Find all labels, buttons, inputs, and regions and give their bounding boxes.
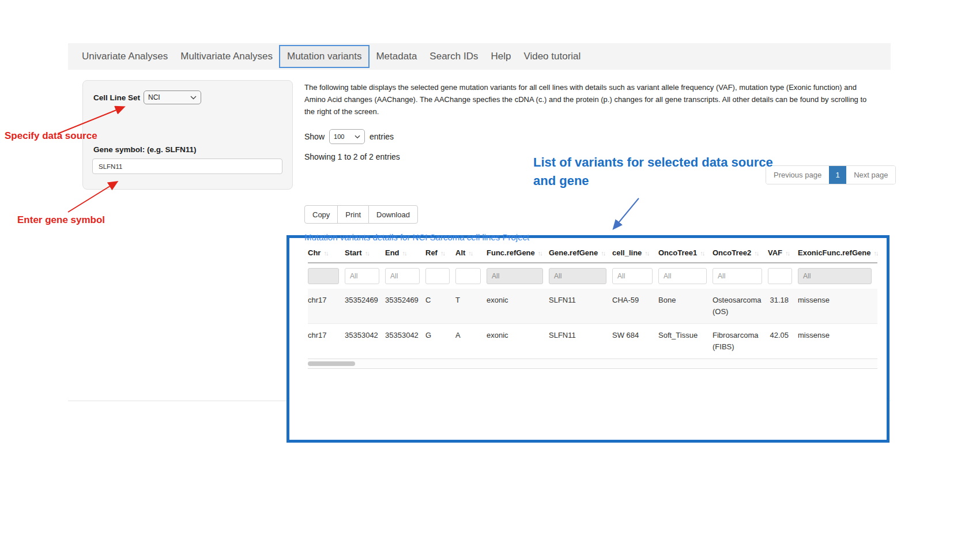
filter-vaf[interactable] [768, 268, 792, 284]
page-length-select[interactable]: 100 [329, 129, 365, 144]
top-nav-bar: Univariate AnalysesMultivariate Analyses… [68, 43, 891, 70]
table-body: chr173535246935352469CTexonicSLFN11CHA-5… [308, 289, 877, 358]
cell-line-set-label: Cell Line Set [93, 93, 140, 102]
sort-icon: ↑↓ [365, 250, 369, 256]
column-header-gene-refgene[interactable]: Gene.refGene↑↓ [549, 245, 612, 263]
cell-chr: chr17 [308, 289, 345, 324]
sort-icon: ↑↓ [644, 250, 649, 256]
filter-oncotree2[interactable] [713, 268, 762, 284]
column-header-alt[interactable]: Alt↑↓ [455, 245, 487, 263]
column-label: Func.refGene [487, 248, 535, 257]
tab-video-tutorial[interactable]: Video tutorial [517, 46, 587, 67]
column-label: Chr [308, 248, 321, 257]
page-1-button[interactable]: 1 [829, 166, 846, 184]
filter-end[interactable] [385, 268, 420, 284]
table-filter-row: AllAllAll [308, 263, 877, 289]
tab-multivariate-analyses[interactable]: Multivariate Analyses [174, 46, 279, 67]
column-header-exonicfunc-refgene[interactable]: ExonicFunc.refGene↑↓ [798, 245, 877, 263]
cell-ref: G [425, 324, 455, 359]
table-row: chr173535304235353042GAexonicSLFN11SW 68… [308, 324, 877, 359]
column-label: Ref [425, 248, 438, 257]
column-label: VAF [768, 248, 782, 257]
cell-alt: T [455, 289, 487, 324]
blue-arrow-list-of-variants [614, 198, 639, 228]
gene-symbol-input[interactable] [92, 158, 282, 174]
tab-search-ids[interactable]: Search IDs [423, 46, 484, 67]
page-length-value: 100 [334, 133, 344, 140]
cell-exonicfunc-refgene: missense [798, 289, 877, 324]
horizontal-scrollbar-track[interactable] [308, 358, 877, 369]
annotation-specify-data-source: Specify data source [5, 130, 97, 142]
filter-gene-refgene[interactable]: All [549, 268, 606, 284]
column-label: Alt [455, 248, 465, 257]
controls-panel: Cell Line Set NCI Gene symbol: (e.g. SLF… [82, 80, 293, 190]
chevron-down-icon [355, 135, 360, 139]
cell-chr: chr17 [308, 324, 345, 359]
filter-oncotree1[interactable] [658, 268, 707, 284]
sort-icon: ↑↓ [468, 250, 472, 256]
sort-icon: ↑↓ [785, 250, 789, 256]
page-length-control: Show 100 entries [304, 129, 394, 144]
column-header-oncotree2[interactable]: OncoTree2↑↓ [713, 245, 768, 263]
cell-oncotree2: Fibrosarcoma (FIBS) [713, 324, 768, 359]
cell-gene-refgene: SLFN11 [549, 324, 612, 359]
cell-alt: A [455, 324, 487, 359]
sort-icon: ↑↓ [440, 250, 444, 256]
tab-mutation-variants[interactable]: Mutation variants [279, 45, 370, 68]
column-header-cell-line[interactable]: cell_line↑↓ [612, 245, 658, 263]
cell-gene-refgene: SLFN11 [549, 289, 612, 324]
download-button[interactable]: Download [368, 205, 418, 224]
tab-metadata[interactable]: Metadata [370, 46, 423, 67]
export-buttons: CopyPrintDownload [304, 205, 418, 224]
column-header-func-refgene[interactable]: Func.refGene↑↓ [487, 245, 549, 263]
filter-start[interactable] [345, 268, 379, 284]
column-label: ExonicFunc.refGene [798, 248, 870, 257]
nav-tabs: Univariate AnalysesMultivariate Analyses… [76, 45, 587, 68]
sort-icon: ↑↓ [402, 250, 406, 256]
column-label: OncoTree1 [658, 248, 697, 257]
sort-icon: ↑↓ [601, 250, 605, 256]
cell-start: 35353042 [345, 324, 385, 359]
next-page-button[interactable]: Next page [846, 166, 895, 184]
filter-alt[interactable] [455, 268, 481, 284]
cell-end: 35353042 [385, 324, 425, 359]
variants-table: Chr↑↓Start↑↓End↑↓Ref↑↓Alt↑↓Func.refGene↑… [308, 245, 877, 358]
table-header-row: Chr↑↓Start↑↓End↑↓Ref↑↓Alt↑↓Func.refGene↑… [308, 245, 877, 263]
cell-start: 35352469 [345, 289, 385, 324]
cell-vaf: 42.05 [768, 324, 798, 359]
entries-label: entries [370, 132, 394, 141]
column-label: End [385, 248, 399, 257]
column-header-chr[interactable]: Chr↑↓ [308, 245, 345, 263]
filter-chr[interactable] [308, 268, 339, 284]
table-row: chr173535246935352469CTexonicSLFN11CHA-5… [308, 289, 877, 324]
annotation-list-of-variants: List of variants for selected data sourc… [533, 153, 778, 190]
cell-line-set-select[interactable]: NCI [144, 90, 201, 104]
tab-help[interactable]: Help [484, 46, 517, 67]
filter-ref[interactable] [425, 268, 450, 284]
column-header-end[interactable]: End↑↓ [385, 245, 425, 263]
showing-status: Showing 1 to 2 of 2 entries [304, 152, 400, 161]
column-header-start[interactable]: Start↑↓ [345, 245, 385, 263]
filter-func-refgene[interactable]: All [487, 268, 543, 284]
gene-symbol-label: Gene symbol: (e.g. SLFN11) [93, 145, 197, 154]
sort-icon: ↑↓ [538, 250, 542, 256]
cell-end: 35352469 [385, 289, 425, 324]
print-button[interactable]: Print [337, 205, 369, 224]
copy-button[interactable]: Copy [304, 205, 338, 224]
horizontal-scrollbar-thumb[interactable] [308, 361, 355, 366]
cell-ref: C [425, 289, 455, 324]
chevron-down-icon [190, 96, 197, 100]
filter-cell-line[interactable] [612, 268, 653, 284]
column-header-oncotree1[interactable]: OncoTree1↑↓ [658, 245, 713, 263]
filter-exonicfunc-refgene[interactable]: All [798, 268, 872, 284]
page: Univariate AnalysesMultivariate Analyses… [0, 0, 980, 551]
column-header-ref[interactable]: Ref↑↓ [425, 245, 455, 263]
cell-cell-line: CHA-59 [612, 289, 658, 324]
column-header-vaf[interactable]: VAF↑↓ [768, 245, 798, 263]
column-label: Gene.refGene [549, 248, 598, 257]
cell-oncotree1: Bone [658, 289, 713, 324]
cell-line-set-value: NCI [148, 93, 160, 101]
sort-icon: ↑↓ [754, 250, 758, 256]
tab-univariate-analyses[interactable]: Univariate Analyses [76, 46, 174, 67]
cell-oncotree2: Osteosarcoma (OS) [713, 289, 768, 324]
